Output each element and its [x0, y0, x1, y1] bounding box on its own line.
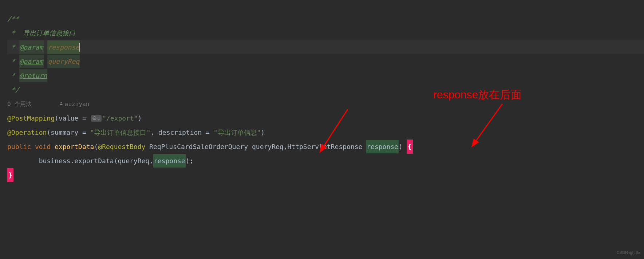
url-gutter-icon[interactable]: ⌄ [91, 115, 102, 122]
doc-desc: * 导出订单信息接口 [7, 26, 644, 40]
method-body: business.exportData(queryReq,response); [7, 154, 644, 168]
doc-param-response: * @param response [7, 40, 644, 54]
doc-param-queryreq: * @param queryReq [7, 54, 644, 68]
method-signature: public void exportData(@RequestBody ReqP… [7, 140, 644, 154]
svg-point-0 [60, 102, 62, 103]
inlay-hints: 0 个用法 wuziyan [7, 97, 644, 111]
author-hint[interactable]: wuziyan [65, 98, 89, 110]
method-close: } [7, 168, 644, 182]
doc-open: /** [7, 12, 644, 26]
post-mapping-line: @PostMapping(value = ⌄"/export") [7, 111, 644, 125]
text-cursor [79, 43, 80, 52]
code-editor[interactable]: /** * 导出订单信息接口 * @param response * @para… [0, 0, 644, 182]
watermark: CSDN @贝la [617, 248, 640, 257]
operation-line: @Operation(summary = "导出订单信息接口", descrip… [7, 125, 644, 140]
doc-close: */ [7, 83, 644, 97]
doc-return: * @return [7, 68, 644, 83]
usages-hint[interactable]: 0 个用法 [7, 98, 32, 110]
